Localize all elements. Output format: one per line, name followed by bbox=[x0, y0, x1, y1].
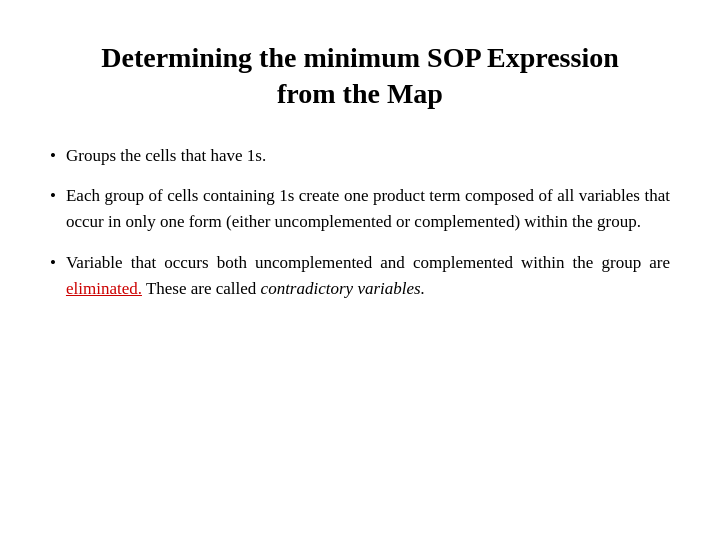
title-line2: from the Map bbox=[277, 78, 443, 109]
bullet-text-3: Variable that occurs both uncomplemented… bbox=[66, 250, 670, 303]
content-area: • Groups the cells that have 1s. • Each … bbox=[50, 143, 670, 303]
bullet-symbol-3: • bbox=[50, 250, 56, 276]
contradictory-variables-text: contradictory variables. bbox=[261, 279, 425, 298]
bullet-symbol-2: • bbox=[50, 183, 56, 209]
bullet-symbol-1: • bbox=[50, 143, 56, 169]
bullet-text-1: Groups the cells that have 1s. bbox=[66, 143, 670, 169]
slide-container: Determining the minimum SOP Expression f… bbox=[0, 0, 720, 540]
title-line1: Determining the minimum SOP Expression bbox=[101, 42, 619, 73]
eliminated-text: eliminated. bbox=[66, 279, 142, 298]
bullet-item-1: • Groups the cells that have 1s. bbox=[50, 143, 670, 169]
bullet-item-3: • Variable that occurs both uncomplement… bbox=[50, 250, 670, 303]
bullet-text-2: Each group of cells containing 1s create… bbox=[66, 183, 670, 236]
slide-title: Determining the minimum SOP Expression f… bbox=[50, 40, 670, 113]
bullet-item-2: • Each group of cells containing 1s crea… bbox=[50, 183, 670, 236]
